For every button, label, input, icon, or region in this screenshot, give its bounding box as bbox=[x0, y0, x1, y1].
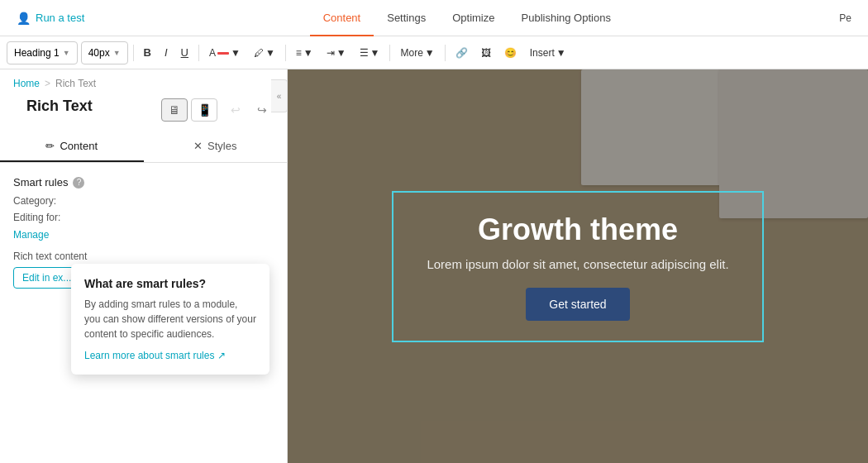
font-size-value: 40px bbox=[88, 47, 110, 59]
run-test-button[interactable]: 👤 Run a test bbox=[0, 0, 101, 36]
sidebar-tabs: ✏ Content ✕ Styles bbox=[0, 131, 287, 163]
breadcrumb: Home > Rich Text bbox=[0, 69, 287, 94]
heading-chevron-icon: ▼ bbox=[63, 49, 70, 57]
font-size-select[interactable]: 40px ▼ bbox=[81, 41, 128, 64]
mobile-view-button[interactable]: 📱 bbox=[191, 98, 217, 122]
align-chevron-icon: ▼ bbox=[303, 47, 313, 59]
indent-button[interactable]: ⇥ ▼ bbox=[322, 41, 351, 64]
nav-right-area: Pe bbox=[832, 9, 868, 27]
user-icon: 👤 bbox=[17, 12, 31, 25]
emoji-button[interactable]: 😊 bbox=[499, 41, 522, 64]
undo-button[interactable]: ↩ bbox=[224, 98, 247, 122]
run-test-label: Run a test bbox=[36, 12, 84, 24]
heading-select-value: Heading 1 bbox=[14, 47, 60, 59]
tab-settings[interactable]: Settings bbox=[374, 1, 439, 36]
separator-1 bbox=[133, 45, 134, 61]
popover-title: What are smart rules? bbox=[84, 277, 256, 290]
breadcrumb-current: Rich Text bbox=[55, 78, 96, 89]
italic-button[interactable]: I bbox=[160, 41, 173, 64]
smart-rules-header: Smart rules ? bbox=[13, 176, 274, 189]
top-navigation: 👤 Run a test Content Settings Optimize P… bbox=[0, 0, 868, 36]
tab-content[interactable]: Content bbox=[310, 1, 374, 36]
heading-select[interactable]: Heading 1 ▼ bbox=[7, 41, 78, 64]
indent-icon: ⇥ bbox=[327, 47, 335, 59]
device-buttons: 🖥 📱 bbox=[161, 98, 217, 122]
hero-title: Growth theme bbox=[427, 212, 728, 247]
indent-chevron-icon: ▼ bbox=[336, 47, 346, 59]
color-chevron-icon: ▼ bbox=[231, 47, 241, 59]
underline-button[interactable]: U bbox=[176, 41, 193, 64]
content-tab-label: Content bbox=[60, 140, 98, 152]
manage-link[interactable]: Manage bbox=[13, 229, 49, 241]
tab-publishing[interactable]: Publishing Options bbox=[508, 1, 624, 36]
editing-row: Editing for: bbox=[13, 212, 274, 223]
breadcrumb-separator: > bbox=[45, 78, 50, 89]
preview-area: Growth theme Lorem ipsum dolor sit amet,… bbox=[288, 69, 868, 463]
font-color-icon: A bbox=[209, 47, 216, 59]
list-icon: ☰ bbox=[360, 47, 369, 59]
align-icon: ≡ bbox=[296, 47, 302, 59]
info-icon[interactable]: ? bbox=[73, 177, 84, 189]
editing-label: Editing for: bbox=[13, 212, 60, 223]
bold-button[interactable]: B bbox=[139, 41, 156, 64]
styles-tab-label: Styles bbox=[207, 140, 236, 152]
list-chevron-icon: ▼ bbox=[370, 47, 380, 59]
hero-cta-button[interactable]: Get started bbox=[526, 288, 629, 321]
insert-chevron-icon: ▼ bbox=[556, 47, 566, 59]
emoji-icon: 😊 bbox=[504, 47, 517, 59]
highlight-chevron-icon: ▼ bbox=[265, 47, 275, 59]
main-layout: « Home > Rich Text Rich Text 🖥 📱 ↩ ↪ bbox=[0, 69, 868, 463]
color-indicator bbox=[217, 52, 229, 55]
breadcrumb-home-link[interactable]: Home bbox=[13, 78, 40, 89]
tab-styles-sidebar[interactable]: ✕ Styles bbox=[144, 131, 288, 162]
pencil-icon: ✏ bbox=[45, 140, 55, 152]
external-link-icon: ↗ bbox=[217, 350, 226, 361]
popover-body: By adding smart rules to a module, you c… bbox=[84, 297, 256, 341]
formatting-toolbar: Heading 1 ▼ 40px ▼ B I U A ▼ 🖊 ▼ ≡ ▼ ⇥ ▼… bbox=[0, 36, 868, 69]
more-label: More bbox=[400, 47, 422, 59]
rich-text-label: Rich text content bbox=[13, 251, 274, 262]
list-button[interactable]: ☰ ▼ bbox=[355, 41, 385, 64]
image-button[interactable]: 🖼 bbox=[476, 41, 496, 64]
category-row: Category: bbox=[13, 195, 274, 207]
popover-link-text: Learn more about smart rules bbox=[84, 350, 214, 361]
sidebar-title: Rich Text bbox=[13, 94, 106, 125]
separator-3 bbox=[285, 45, 286, 61]
smart-rules-popover: What are smart rules? By adding smart ru… bbox=[71, 264, 269, 375]
sidebar: « Home > Rich Text Rich Text 🖥 📱 ↩ ↪ bbox=[0, 69, 288, 463]
highlight-button[interactable]: 🖊 ▼ bbox=[249, 41, 280, 64]
redo-button[interactable]: ↪ bbox=[250, 98, 274, 122]
more-button[interactable]: More ▼ bbox=[395, 41, 439, 64]
separator-2 bbox=[198, 45, 199, 61]
smart-rules-label: Smart rules bbox=[13, 176, 68, 189]
fontsize-chevron-icon: ▼ bbox=[113, 49, 121, 57]
pe-label: Pe bbox=[832, 9, 858, 27]
image-icon: 🖼 bbox=[481, 47, 491, 59]
tab-content-sidebar[interactable]: ✏ Content bbox=[0, 131, 144, 162]
main-nav-tabs: Content Settings Optimize Publishing Opt… bbox=[101, 0, 832, 36]
insert-label: Insert bbox=[530, 47, 555, 59]
insert-button[interactable]: Insert ▼ bbox=[525, 41, 571, 64]
separator-4 bbox=[389, 45, 390, 61]
align-button[interactable]: ≡ ▼ bbox=[291, 41, 318, 64]
hero-subtitle: Lorem ipsum dolor sit amet, consectetur … bbox=[427, 257, 728, 271]
desktop-view-button[interactable]: 🖥 bbox=[161, 98, 188, 122]
x-icon: ✕ bbox=[193, 140, 203, 152]
popover-learn-more-link[interactable]: Learn more about smart rules ↗ bbox=[84, 350, 256, 361]
hero-content-box: Growth theme Lorem ipsum dolor sit amet,… bbox=[392, 191, 763, 342]
link-button[interactable]: 🔗 bbox=[451, 41, 473, 64]
separator-5 bbox=[445, 45, 446, 61]
smart-rules-section: Smart rules ? Category: Editing for: Man… bbox=[13, 176, 274, 241]
category-label: Category: bbox=[13, 195, 56, 207]
history-buttons: ↩ ↪ bbox=[224, 98, 274, 122]
link-icon: 🔗 bbox=[455, 47, 468, 59]
more-chevron-icon: ▼ bbox=[425, 47, 435, 59]
font-color-button[interactable]: A ▼ bbox=[204, 41, 246, 64]
collapse-icon: « bbox=[277, 92, 282, 101]
sidebar-collapse-button[interactable]: « bbox=[271, 79, 288, 112]
highlighter-icon: 🖊 bbox=[254, 47, 264, 59]
tab-optimize[interactable]: Optimize bbox=[439, 1, 508, 36]
